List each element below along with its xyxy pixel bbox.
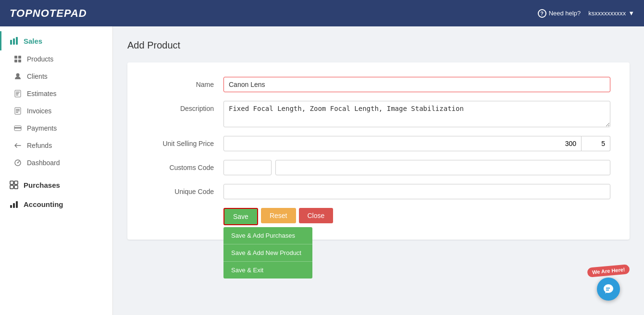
- unique-code-label: Unique Code: [147, 184, 223, 195]
- accounting-icon: [9, 199, 19, 209]
- svg-point-7: [16, 73, 20, 77]
- topnav-right: ? Need help? ksxxxxxxxxxx ▼: [538, 9, 634, 18]
- price-label: Unit Selling Price: [147, 136, 223, 147]
- sidebar-item-invoices[interactable]: Invoices: [0, 102, 112, 120]
- sidebar-section-purchases[interactable]: Purchases: [0, 175, 112, 194]
- button-area: Save Reset Close Save & Add Purchases Sa…: [147, 208, 610, 225]
- main-layout: Sales Products Clients: [0, 26, 644, 315]
- customs-group: [223, 160, 610, 175]
- app-logo: TopNotepad: [10, 7, 87, 20]
- svg-rect-24: [10, 205, 12, 208]
- svg-rect-13: [16, 109, 20, 110]
- price-group: [223, 136, 610, 151]
- clients-icon: [13, 72, 22, 81]
- page-title: Add Product: [127, 40, 630, 51]
- sidebar: Sales Products Clients: [0, 26, 113, 315]
- price-row: Unit Selling Price: [147, 136, 610, 151]
- price-suffix-input[interactable]: [582, 136, 610, 151]
- top-navbar: TopNotepad ? Need help? ksxxxxxxxxxx ▼: [0, 0, 644, 26]
- sidebar-section-accounting[interactable]: Accounting: [0, 194, 112, 214]
- sidebar-item-dashboard[interactable]: Dashboard: [0, 154, 112, 171]
- help-icon: ?: [538, 9, 546, 18]
- svg-rect-22: [10, 185, 13, 189]
- refunds-icon: [13, 141, 22, 150]
- svg-rect-9: [16, 92, 20, 93]
- unique-code-input[interactable]: [223, 184, 610, 199]
- svg-rect-2: [16, 37, 18, 45]
- main-content: Add Product Name Description Fixed Focal…: [113, 26, 644, 315]
- dashboard-icon: [13, 158, 22, 167]
- name-label: Name: [147, 77, 223, 88]
- purchases-icon: [9, 180, 19, 190]
- save-add-purchases-option[interactable]: Save & Add Purchases: [223, 227, 312, 244]
- chat-badge: We Are Here!: [587, 264, 630, 278]
- help-link[interactable]: ? Need help?: [538, 9, 581, 18]
- name-input[interactable]: [223, 77, 610, 92]
- save-dropdown: Save & Add Purchases Save & Add New Prod…: [223, 227, 312, 279]
- sidebar-item-estimates[interactable]: Estimates: [0, 85, 112, 102]
- sidebar-item-refunds[interactable]: Refunds: [0, 137, 112, 154]
- customs-label: Customs Code: [147, 160, 223, 171]
- svg-rect-14: [16, 110, 20, 111]
- estimates-icon: [13, 89, 22, 98]
- unique-code-row: Unique Code: [147, 184, 610, 199]
- sidebar-item-products[interactable]: Products: [0, 50, 112, 68]
- description-row: Description Fixed Focal Length, Zoom Foc…: [147, 101, 610, 127]
- sidebar-section-sales[interactable]: Sales: [0, 31, 112, 50]
- svg-rect-4: [18, 56, 21, 59]
- sidebar-item-clients[interactable]: Clients: [0, 68, 112, 85]
- svg-rect-1: [13, 38, 15, 45]
- sidebar-item-payments[interactable]: Payments: [0, 120, 112, 137]
- payments-icon: [13, 124, 22, 133]
- svg-rect-23: [14, 185, 18, 189]
- svg-rect-5: [14, 60, 17, 62]
- svg-point-19: [17, 162, 18, 163]
- svg-rect-0: [10, 40, 12, 45]
- products-icon: [13, 55, 22, 63]
- reset-button[interactable]: Reset: [261, 208, 296, 223]
- svg-rect-21: [14, 181, 18, 184]
- svg-rect-17: [14, 127, 21, 129]
- chat-widget: We Are Here!: [587, 266, 630, 301]
- save-exit-option[interactable]: Save & Exit: [223, 261, 312, 279]
- description-label: Description: [147, 101, 223, 112]
- svg-rect-6: [18, 60, 21, 62]
- svg-rect-26: [16, 201, 18, 208]
- name-row: Name: [147, 77, 610, 92]
- description-input[interactable]: Fixed Focal Length, Zoom Focal Length, I…: [223, 101, 610, 127]
- save-button[interactable]: Save: [223, 208, 258, 225]
- chat-button[interactable]: [597, 278, 620, 301]
- customs-code-input-1[interactable]: [223, 160, 272, 175]
- chevron-down-icon: ▼: [628, 10, 634, 17]
- svg-rect-15: [16, 112, 18, 113]
- svg-rect-10: [16, 93, 19, 94]
- svg-rect-11: [16, 95, 18, 96]
- svg-rect-20: [10, 181, 13, 184]
- price-input[interactable]: [223, 136, 582, 151]
- close-button[interactable]: Close: [299, 208, 334, 223]
- add-product-form: Name Description Fixed Focal Length, Zoo…: [127, 62, 630, 240]
- svg-rect-3: [14, 56, 17, 59]
- sales-icon: [9, 36, 19, 46]
- invoices-icon: [13, 107, 22, 115]
- svg-rect-25: [13, 203, 15, 208]
- save-add-new-product-option[interactable]: Save & Add New Product: [223, 244, 312, 261]
- customs-code-input-2[interactable]: [275, 160, 610, 175]
- customs-row: Customs Code: [147, 160, 610, 175]
- user-menu[interactable]: ksxxxxxxxxxx ▼: [588, 10, 634, 17]
